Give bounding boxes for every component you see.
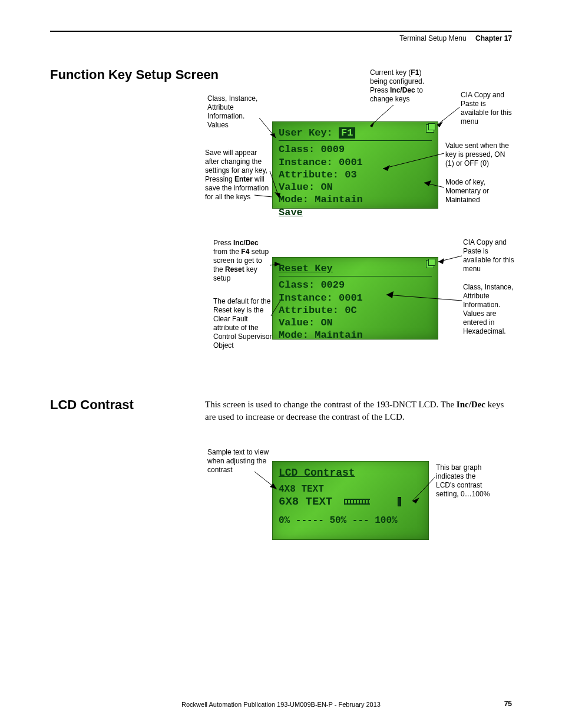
callout-class-instance: Class, Instance, Attribute Information. … [207, 94, 266, 130]
callout-current-key: Current key (F1) being configured. Press… [370, 68, 435, 104]
lcd1-class: Class: 0009 [279, 143, 432, 156]
callout-save-will: Save will appear after changing the sett… [205, 149, 271, 202]
copy-paste-icon [426, 124, 434, 133]
header-rule [50, 31, 512, 32]
svg-line-15 [438, 256, 462, 262]
lcd3-title: LCD Contrast [279, 466, 422, 480]
lcd2-class: Class: 0029 [279, 279, 432, 291]
callout-cia-copy-1: CIA Copy and Paste is available for this… [461, 91, 514, 126]
footer-publication: Rockwell Automation Publication 193-UM00… [0, 701, 562, 708]
copy-paste-icon [426, 260, 434, 268]
lcd1-userkey-label: User Key: [279, 127, 333, 139]
page-number: 75 [504, 700, 512, 708]
lcd2-value: Value: ON [279, 317, 432, 329]
heading-function-key-setup: Function Key Setup Screen [50, 67, 219, 83]
callout-default-resetkey: The default for the Reset key is the Cle… [213, 297, 272, 350]
lcd3-line2: 6X8 TEXT [279, 495, 422, 509]
callout-class-hex: Class, Instance, Attribute Information. … [463, 283, 520, 336]
lcd1-line1: User Key: F1 [279, 127, 432, 139]
lcd2-attribute: Attribute: 0C [279, 304, 432, 317]
lcd3-4x8: 4X8 TEXT [279, 483, 422, 495]
running-header: Terminal Setup Menu Chapter 17 [399, 34, 512, 42]
lcd1-attribute: Attribute: 03 [279, 169, 432, 181]
lcd2-title: Reset Key [279, 262, 432, 275]
lcd2-instance: Instance: 0001 [279, 292, 432, 304]
callout-bar-graph: This bar graph indicates the LCD's contr… [436, 463, 492, 499]
header-section: Terminal Setup Menu [399, 34, 466, 42]
lcd-contrast-body: This screen is used to change the contra… [205, 398, 511, 423]
lcd2-divider [279, 276, 432, 276]
callout-value-sent: Value sent when the key is pressed, ON (… [445, 141, 510, 168]
lcd1-save: Save [279, 206, 432, 219]
header-chapter: Chapter 17 [475, 34, 512, 42]
lcd3-6x8: 6X8 TEXT [279, 495, 332, 508]
svg-marker-16 [438, 258, 444, 264]
lcd1-mode: Mode: Maintain [279, 193, 432, 206]
contrast-bargraph-icon [344, 499, 370, 505]
lcd-reset-key-screen: Reset Key Class: 0029 Instance: 0001 Att… [272, 257, 438, 340]
callout-press-incdec: Press Inc/Dec from the F4 setup screen t… [213, 239, 272, 283]
heading-lcd-contrast: LCD Contrast [50, 397, 134, 413]
lcd3-scale: 0% ----- 50% --- 100% [279, 515, 422, 526]
lcd-contrast-screen: LCD Contrast 4X8 TEXT 6X8 TEXT 0% ----- … [272, 461, 429, 540]
callout-sample-text: Sample text to view when adjusting the c… [207, 448, 272, 475]
lcd1-value: Value: ON [279, 181, 432, 193]
lcd1-divider [279, 140, 432, 141]
lcd2-mode: Mode: Maintain [279, 329, 432, 341]
contrast-marker-icon [398, 497, 401, 506]
lcd1-userkey-value: F1 [339, 127, 355, 139]
lcd1-instance: Instance: 0001 [279, 156, 432, 169]
lcd-user-key-screen: User Key: F1 Class: 0009 Instance: 0001 … [272, 121, 438, 209]
svg-line-2 [437, 107, 459, 125]
callout-cia-copy-2: CIA Copy and Paste is available for this… [463, 238, 516, 274]
callout-mode-of-key: Mode of key, Momentary or Maintained [445, 178, 498, 205]
